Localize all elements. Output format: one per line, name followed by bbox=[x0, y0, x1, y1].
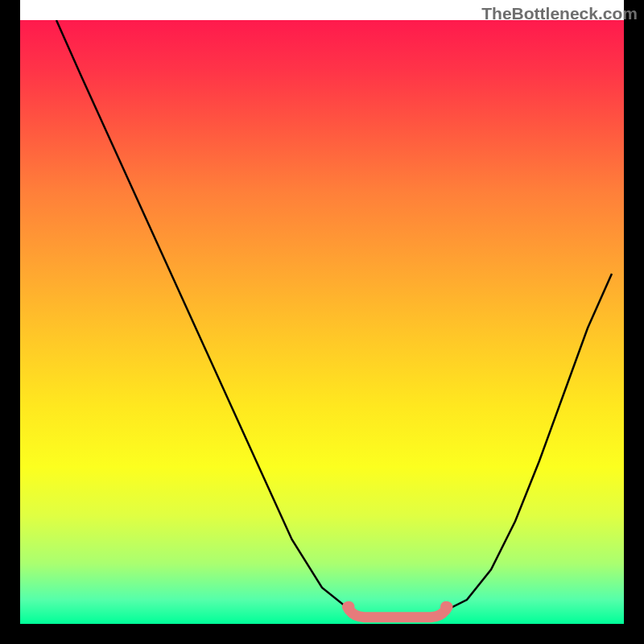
left-border bbox=[0, 0, 20, 644]
chart-svg bbox=[20, 20, 624, 624]
flat-region-marker bbox=[344, 601, 452, 617]
chart-area bbox=[20, 20, 624, 624]
bottom-border bbox=[0, 624, 644, 644]
marker-path bbox=[348, 607, 448, 617]
marker-dot bbox=[440, 601, 452, 613]
watermark-text: TheBottleneck.com bbox=[481, 4, 638, 23]
bottleneck-curve bbox=[56, 20, 612, 618]
curve-path bbox=[56, 20, 612, 618]
right-border bbox=[624, 0, 644, 644]
marker-dot bbox=[344, 601, 355, 613]
